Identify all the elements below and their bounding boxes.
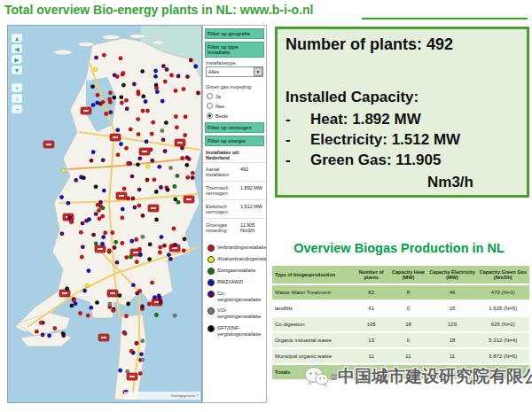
plant-marker[interactable] xyxy=(101,159,106,163)
plant-marker[interactable] xyxy=(140,358,145,362)
plant-marker[interactable] xyxy=(184,115,188,120)
plant-marker[interactable] xyxy=(154,190,159,194)
plant-marker[interactable] xyxy=(186,175,191,180)
plant-marker[interactable] xyxy=(94,242,98,246)
plant-marker[interactable] xyxy=(183,133,187,137)
plant-marker[interactable] xyxy=(139,353,144,357)
plant-marker[interactable] xyxy=(137,188,142,192)
plant-marker[interactable] xyxy=(116,152,121,157)
radio-button[interactable] xyxy=(207,93,213,99)
plant-marker[interactable] xyxy=(182,87,186,91)
plant-marker[interactable] xyxy=(173,243,177,247)
plant-marker[interactable] xyxy=(165,67,169,72)
plant-marker[interactable] xyxy=(129,128,133,132)
plant-marker[interactable] xyxy=(155,89,160,94)
plant-marker[interactable] xyxy=(81,245,85,249)
plant-marker[interactable] xyxy=(108,100,113,105)
plant-marker[interactable] xyxy=(94,212,98,216)
plant-marker[interactable] xyxy=(82,289,87,293)
plant-marker[interactable] xyxy=(60,231,65,236)
plant-marker[interactable] xyxy=(96,93,100,97)
plant-marker[interactable] xyxy=(160,128,165,133)
chevron-down-icon[interactable]: ▼ xyxy=(254,67,262,76)
plant-marker[interactable] xyxy=(120,95,124,99)
plant-marker[interactable] xyxy=(130,239,135,244)
plant-marker[interactable] xyxy=(175,126,179,130)
plant-marker[interactable] xyxy=(159,185,163,190)
plant-marker[interactable] xyxy=(131,197,136,201)
plant-marker[interactable] xyxy=(119,57,123,61)
zoom-out-button[interactable]: − xyxy=(12,105,22,113)
plant-marker[interactable] xyxy=(158,165,162,169)
plant-marker[interactable] xyxy=(35,330,39,334)
plant-marker[interactable] xyxy=(111,308,115,313)
plant-marker[interactable] xyxy=(183,237,187,241)
plant-marker[interactable] xyxy=(118,369,122,373)
plant-marker[interactable] xyxy=(79,230,83,235)
plant-marker[interactable] xyxy=(140,69,145,74)
plant-marker[interactable] xyxy=(124,146,129,151)
plant-marker[interactable] xyxy=(109,110,113,114)
plant-marker[interactable] xyxy=(93,67,98,72)
plant-marker[interactable] xyxy=(111,230,115,235)
plant-marker[interactable] xyxy=(159,300,163,305)
plant-marker[interactable] xyxy=(153,69,158,74)
plant-marker[interactable] xyxy=(150,281,154,285)
plant-marker[interactable] xyxy=(138,156,143,160)
plant-marker[interactable] xyxy=(185,163,190,167)
plant-marker[interactable] xyxy=(74,178,78,183)
plant-marker[interactable] xyxy=(81,222,85,226)
plant-marker[interactable] xyxy=(97,208,101,213)
plant-marker[interactable] xyxy=(135,292,139,296)
plant-marker[interactable] xyxy=(137,89,141,94)
plant-marker[interactable] xyxy=(150,132,154,136)
plant-marker[interactable] xyxy=(123,331,128,336)
plant-marker[interactable] xyxy=(59,195,64,199)
plant-marker[interactable] xyxy=(160,235,164,239)
plant-marker[interactable] xyxy=(113,240,118,245)
plant-marker[interactable] xyxy=(158,245,162,250)
plant-marker[interactable] xyxy=(176,74,181,79)
plant-marker[interactable] xyxy=(161,64,166,68)
plant-marker[interactable] xyxy=(153,177,157,182)
plant-marker[interactable] xyxy=(120,101,124,105)
plant-marker[interactable] xyxy=(118,293,122,298)
plant-marker[interactable] xyxy=(91,233,96,237)
plant-marker[interactable] xyxy=(61,331,66,336)
plant-marker[interactable] xyxy=(151,159,155,163)
plant-marker[interactable] xyxy=(78,311,82,315)
plant-marker[interactable] xyxy=(163,149,168,153)
plant-marker[interactable] xyxy=(101,206,106,211)
plant-marker[interactable] xyxy=(107,249,112,253)
plant-marker[interactable] xyxy=(136,162,140,167)
plant-marker[interactable] xyxy=(132,82,137,87)
plant-marker[interactable] xyxy=(116,128,121,132)
plant-marker[interactable] xyxy=(84,219,89,223)
plant-marker[interactable] xyxy=(158,251,162,255)
plant-marker[interactable] xyxy=(39,321,43,325)
plant-marker[interactable] xyxy=(85,284,90,288)
plant-marker[interactable] xyxy=(91,103,96,107)
plant-marker[interactable] xyxy=(133,206,137,210)
zoom-in-button[interactable]: + xyxy=(12,83,22,92)
plant-marker[interactable] xyxy=(65,286,69,291)
plant-marker[interactable] xyxy=(100,242,105,246)
plant-marker[interactable] xyxy=(102,189,106,193)
plant-marker[interactable] xyxy=(80,255,84,260)
plant-marker[interactable] xyxy=(160,99,165,104)
plant-marker[interactable] xyxy=(140,339,145,344)
plant-marker[interactable] xyxy=(105,112,109,116)
plant-marker[interactable] xyxy=(136,117,140,121)
plant-marker[interactable] xyxy=(108,91,113,96)
plant-marker[interactable] xyxy=(126,369,130,374)
plant-marker[interactable] xyxy=(129,349,134,354)
plant-marker[interactable] xyxy=(86,314,90,318)
pan-down-button[interactable]: ▼ xyxy=(12,66,22,74)
plant-marker[interactable] xyxy=(87,268,91,273)
plant-marker[interactable] xyxy=(141,214,145,218)
plant-marker[interactable] xyxy=(142,94,146,98)
plant-marker[interactable] xyxy=(169,74,174,78)
plant-marker[interactable] xyxy=(101,235,106,239)
plant-marker[interactable] xyxy=(108,302,113,307)
radio-button[interactable] xyxy=(207,103,213,109)
